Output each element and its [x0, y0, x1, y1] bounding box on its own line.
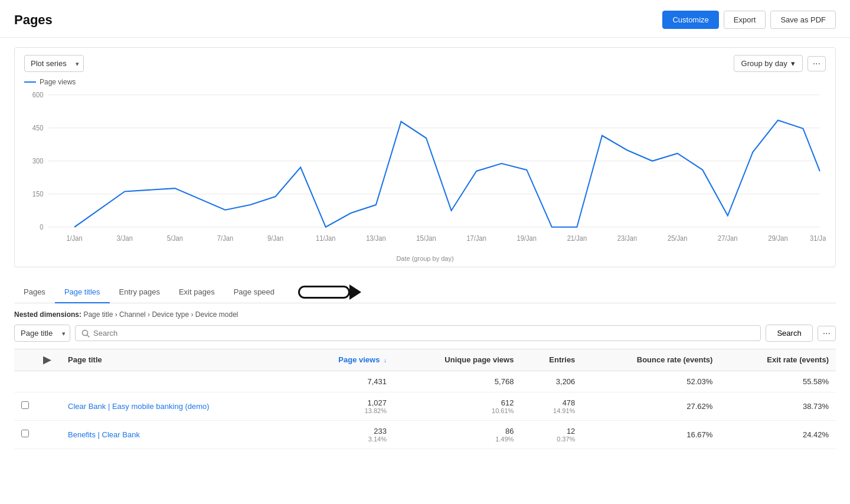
- row2-exit-rate: 24.42%: [720, 420, 836, 449]
- svg-text:13/Jan: 13/Jan: [366, 235, 385, 242]
- x-axis-title: Date (group by day): [24, 255, 826, 262]
- header-actions: Customize Export Save as PDF: [662, 11, 836, 29]
- table-row: Clear Bank | Easy mobile banking (demo) …: [14, 392, 836, 420]
- tab-exit-pages[interactable]: Exit pages: [169, 282, 224, 303]
- data-table: Page title Page views ↓ Unique page view…: [14, 349, 836, 449]
- group-by-label: Group by day: [741, 59, 787, 68]
- row2-page-link[interactable]: Benefits | Clear Bank: [68, 430, 140, 439]
- export-button[interactable]: Export: [724, 11, 766, 29]
- row2-unique-page-views: 86 1.49%: [394, 420, 521, 449]
- search-button[interactable]: Search: [766, 325, 812, 342]
- tab-page-speed[interactable]: Page speed: [224, 282, 284, 303]
- svg-text:17/Jan: 17/Jan: [466, 235, 486, 242]
- svg-text:11/Jan: 11/Jan: [316, 235, 335, 242]
- search-wrap: [75, 325, 761, 341]
- plot-series-select-wrap: Plot series: [24, 55, 84, 72]
- th-checkbox: [14, 349, 36, 371]
- annotation-arrow-icon: [349, 284, 361, 300]
- tab-page-titles[interactable]: Page titles: [55, 282, 110, 303]
- tab-entry-pages[interactable]: Entry pages: [110, 282, 169, 303]
- nested-dimensions-path: Page title › Channel › Device type › Dev…: [83, 310, 238, 319]
- dimension-select[interactable]: Page title: [14, 325, 70, 342]
- total-entries: 3,206: [521, 371, 582, 392]
- chart-more-button[interactable]: ···: [808, 56, 826, 71]
- row1-page-title-cell: Clear Bank | Easy mobile banking (demo): [61, 392, 299, 420]
- row1-page-link[interactable]: Clear Bank | Easy mobile banking (demo): [68, 402, 210, 411]
- search-input[interactable]: [93, 329, 754, 338]
- row1-exit-rate: 38.73%: [720, 392, 836, 420]
- svg-text:9/Jan: 9/Jan: [267, 235, 283, 242]
- svg-text:3/Jan: 3/Jan: [117, 235, 133, 242]
- legend-line-icon: [24, 81, 36, 83]
- save-pdf-button[interactable]: Save as PDF: [770, 11, 836, 29]
- svg-text:0: 0: [40, 224, 43, 231]
- th-exit-rate[interactable]: Exit rate (events): [720, 349, 836, 371]
- svg-text:1/Jan: 1/Jan: [66, 235, 82, 242]
- svg-text:600: 600: [32, 91, 44, 99]
- chart-controls: Plot series Group by day ▾ ···: [24, 55, 826, 72]
- expand-icon: [43, 356, 51, 365]
- table-section: Nested dimensions: Page title › Channel …: [0, 303, 850, 456]
- row1-page-views: 1,027 13.82%: [299, 392, 394, 420]
- row1-bounce-rate: 27.62%: [582, 392, 720, 420]
- row1-checkbox-cell: [14, 392, 36, 420]
- customize-button[interactable]: Customize: [662, 11, 718, 29]
- annotation-box: [298, 286, 350, 299]
- dimension-select-wrap: Page title: [14, 325, 70, 342]
- chevron-down-icon: ▾: [791, 59, 795, 68]
- table-more-button[interactable]: ···: [818, 326, 836, 341]
- total-exit-rate: 55.58%: [720, 371, 836, 392]
- row2-checkbox[interactable]: [21, 430, 29, 437]
- tab-pages[interactable]: Pages: [14, 282, 55, 303]
- total-checkbox-cell: [14, 371, 36, 392]
- total-bounce-rate: 52.03%: [582, 371, 720, 392]
- total-page-views: 7,431: [299, 371, 394, 392]
- svg-text:25/Jan: 25/Jan: [668, 235, 687, 242]
- row2-entries: 12 0.37%: [521, 420, 582, 449]
- search-icon: [81, 329, 90, 338]
- svg-text:19/Jan: 19/Jan: [517, 235, 537, 242]
- row2-checkbox-cell: [14, 420, 36, 449]
- row2-bounce-rate: 16.67%: [582, 420, 720, 449]
- table-toolbar: Page title Search ···: [14, 325, 836, 342]
- total-expand-cell: [36, 371, 61, 392]
- total-unique-page-views: 5,768: [394, 371, 521, 392]
- th-bounce-rate[interactable]: Bounce rate (events): [582, 349, 720, 371]
- line-chart: 600 450 300 150 0 1/Jan 3/Jan 5/Jan 7/Ja…: [24, 89, 826, 254]
- row1-expand-cell: [36, 392, 61, 420]
- table-row: Benefits | Clear Bank 233 3.14% 86 1.49%…: [14, 420, 836, 449]
- chart-section: Plot series Group by day ▾ ··· Page view…: [14, 47, 836, 267]
- plot-series-select[interactable]: Plot series: [24, 55, 84, 72]
- th-page-title[interactable]: Page title: [61, 349, 299, 371]
- svg-text:21/Jan: 21/Jan: [567, 235, 587, 242]
- row1-entries: 478 14.91%: [521, 392, 582, 420]
- svg-text:450: 450: [32, 125, 44, 132]
- nested-label-prefix: Nested dimensions:: [14, 310, 81, 319]
- chart-container: 600 450 300 150 0 1/Jan 3/Jan 5/Jan 7/Ja…: [24, 89, 826, 254]
- svg-text:7/Jan: 7/Jan: [217, 235, 233, 242]
- svg-text:31/Jan: 31/Jan: [810, 235, 826, 242]
- svg-text:27/Jan: 27/Jan: [718, 235, 737, 242]
- th-entries[interactable]: Entries: [521, 349, 582, 371]
- tabs-section: Pages Page titles Entry pages Exit pages…: [0, 282, 850, 303]
- chart-right-controls: Group by day ▾ ···: [734, 55, 826, 72]
- total-row: 7,431 5,768 3,206 52.03% 55.58%: [14, 371, 836, 392]
- row1-checkbox[interactable]: [21, 401, 29, 409]
- chart-legend: Page views: [24, 78, 826, 86]
- page-header: Pages Customize Export Save as PDF: [0, 0, 850, 38]
- svg-text:29/Jan: 29/Jan: [768, 235, 787, 242]
- svg-text:23/Jan: 23/Jan: [617, 235, 637, 242]
- nested-dimensions-label: Nested dimensions: Page title › Channel …: [14, 310, 836, 319]
- th-page-views[interactable]: Page views ↓: [299, 349, 394, 371]
- page-title: Pages: [14, 12, 53, 28]
- group-by-button[interactable]: Group by day ▾: [734, 55, 803, 72]
- svg-text:5/Jan: 5/Jan: [167, 235, 183, 242]
- svg-text:300: 300: [32, 158, 44, 165]
- svg-text:15/Jan: 15/Jan: [416, 235, 436, 242]
- chart-legend-label: Page views: [40, 78, 76, 86]
- row2-page-title-cell: Benefits | Clear Bank: [61, 420, 299, 449]
- th-unique-page-views[interactable]: Unique page views: [394, 349, 521, 371]
- row1-unique-page-views: 612 10.61%: [394, 392, 521, 420]
- svg-line-27: [87, 335, 90, 337]
- tabs-bar: Pages Page titles Entry pages Exit pages…: [14, 282, 836, 303]
